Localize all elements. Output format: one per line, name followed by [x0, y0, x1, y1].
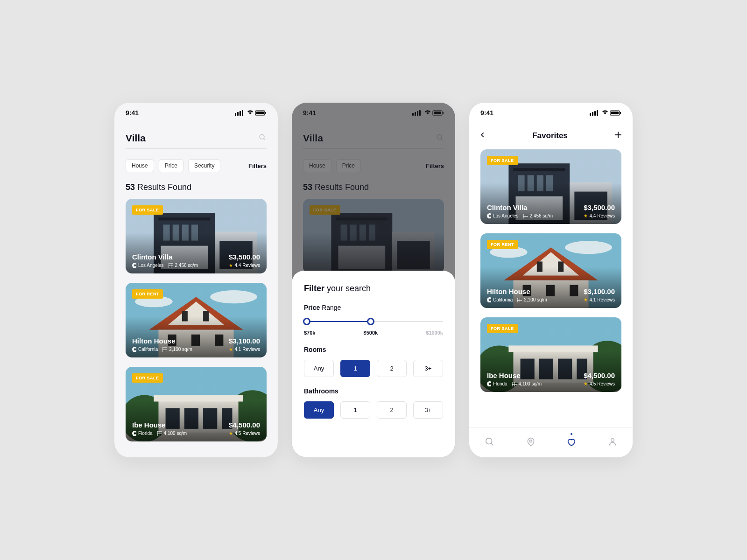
listing-price: $3,100.00 [229, 337, 260, 345]
status-bar: 9:41 [114, 103, 278, 123]
favorite-card[interactable]: FOR SALE Clinton Villa Los Angeles 2,456… [480, 149, 621, 224]
area-icon [157, 431, 162, 436]
active-dot [571, 433, 572, 435]
listing-name: Hilton House [132, 337, 192, 345]
svg-point-48 [611, 438, 614, 441]
pin-icon [132, 431, 136, 436]
nav-profile[interactable] [608, 437, 617, 449]
slider-thumb-min[interactable] [303, 318, 310, 325]
svg-point-47 [529, 440, 532, 442]
listing-card[interactable]: FOR SALE Ibe House Florida 4,100 sq/m $4… [126, 367, 267, 441]
chevron-left-icon [479, 131, 486, 139]
status-badge: FOR SALE [487, 324, 518, 333]
status-badge: FOR SALE [132, 373, 163, 383]
rooms-opt-1[interactable]: 1 [340, 360, 370, 377]
filters-link[interactable]: Filters [248, 162, 267, 169]
pin-icon [487, 213, 491, 218]
price-slider[interactable] [304, 318, 443, 325]
nav-favorites[interactable] [566, 437, 577, 449]
listing-area: 4,100 sq/m [512, 381, 542, 386]
bathrooms-options: Any 1 2 3+ [304, 401, 443, 419]
screen-favorites: 9:41 Favorites FOR SALE Clinton Villa Lo… [469, 103, 633, 457]
status-time: 9:41 [480, 109, 493, 117]
plus-icon [614, 131, 622, 139]
nav-map[interactable] [526, 437, 536, 449]
listing-location: Florida [132, 431, 153, 436]
listing-location: Los Angeles [132, 263, 164, 268]
rooms-opt-2[interactable]: 2 [377, 360, 407, 377]
price-range-label: Price Range [304, 304, 443, 311]
results-number: 53 [126, 182, 135, 192]
star-icon: ★ [229, 347, 233, 352]
screen-listings: 9:41 Villa House Price Security Filters … [114, 103, 278, 457]
star-icon: ★ [229, 263, 233, 268]
filter-chip-house[interactable]: House [126, 159, 154, 172]
pin-icon [487, 297, 491, 302]
svg-point-45 [486, 438, 492, 444]
bath-opt-1[interactable]: 1 [340, 401, 370, 419]
area-icon [169, 263, 173, 268]
search-icon[interactable] [259, 133, 267, 143]
rooms-opt-any[interactable]: Any [304, 360, 334, 377]
price-min: $70k [304, 330, 315, 336]
price-mid: $500k [364, 330, 378, 336]
bathrooms-label: Bathrooms [304, 387, 443, 395]
listing-rating: ★4.1 Reviews [229, 347, 260, 352]
listing-card[interactable]: FOR RENT Hilton House California 2,100 s… [126, 283, 267, 357]
results-count: 53 Results Found [114, 172, 278, 199]
filter-chip-security[interactable]: Security [188, 159, 220, 172]
favorite-card[interactable]: FOR RENT Hilton House California 2,100 s… [480, 233, 621, 308]
listing-rating: ★4.5 Reviews [229, 431, 260, 436]
pin-icon [132, 347, 136, 352]
svg-line-46 [491, 443, 493, 445]
status-time: 9:41 [126, 109, 139, 117]
listing-price: $4,500.00 [584, 371, 615, 379]
favorite-card[interactable]: FOR SALE Ibe House Florida 4,100 sq/m $4… [480, 317, 621, 392]
pin-icon [132, 263, 136, 268]
listing-rating: ★4.5 Reviews [584, 381, 615, 386]
rooms-label: Rooms [304, 346, 443, 353]
status-icons [590, 110, 621, 116]
star-icon: ★ [584, 297, 588, 302]
slider-labels: $70k $500k $1000k [304, 330, 443, 336]
listing-price: $3,100.00 [584, 287, 615, 295]
page-title: Favorites [532, 131, 568, 140]
listing-area: 2,100 sq/m [162, 347, 192, 352]
area-icon [523, 214, 528, 218]
status-badge: FOR SALE [132, 205, 163, 215]
rooms-options: Any 1 2 3+ [304, 360, 443, 377]
rooms-opt-3plus[interactable]: 3+ [413, 360, 443, 377]
pin-icon [526, 437, 536, 447]
listing-card[interactable]: FOR SALE Clinton Villa Los Angeles 2,456… [126, 199, 267, 273]
filter-chip-price[interactable]: Price [159, 159, 183, 172]
listing-area: 4,100 sq/m [157, 431, 187, 436]
listing-name: Clinton Villa [487, 203, 553, 211]
svg-point-39 [260, 134, 264, 139]
listing-area: 2,100 sq/m [517, 297, 547, 302]
listing-area: 2,456 sq/m [523, 213, 553, 218]
listing-location: California [487, 297, 513, 302]
results-text: Results Found [137, 182, 191, 192]
add-button[interactable] [614, 131, 622, 141]
back-button[interactable] [479, 131, 486, 141]
status-badge: FOR SALE [487, 156, 518, 165]
star-icon: ★ [584, 213, 588, 218]
status-icons [235, 110, 267, 116]
nav-search[interactable] [485, 437, 495, 449]
area-icon [517, 298, 522, 302]
bath-opt-3plus[interactable]: 3+ [413, 401, 443, 419]
search-query[interactable]: Villa [126, 133, 146, 144]
listing-location: California [132, 347, 158, 352]
area-icon [162, 347, 167, 352]
status-badge: FOR RENT [487, 240, 518, 249]
bath-opt-any[interactable]: Any [304, 401, 334, 419]
listing-rating: ★4.4 Reviews [229, 263, 260, 268]
listing-name: Clinton Villa [132, 253, 198, 261]
star-icon: ★ [229, 431, 233, 436]
slider-thumb-max[interactable] [367, 318, 374, 325]
status-bar: 9:41 [469, 103, 633, 123]
screen-filter: 9:41 Villa House Price Filters 53 Result… [292, 103, 455, 457]
listing-name: Ibe House [487, 371, 542, 379]
bath-opt-2[interactable]: 2 [377, 401, 407, 419]
price-max: $1000k [426, 330, 443, 336]
